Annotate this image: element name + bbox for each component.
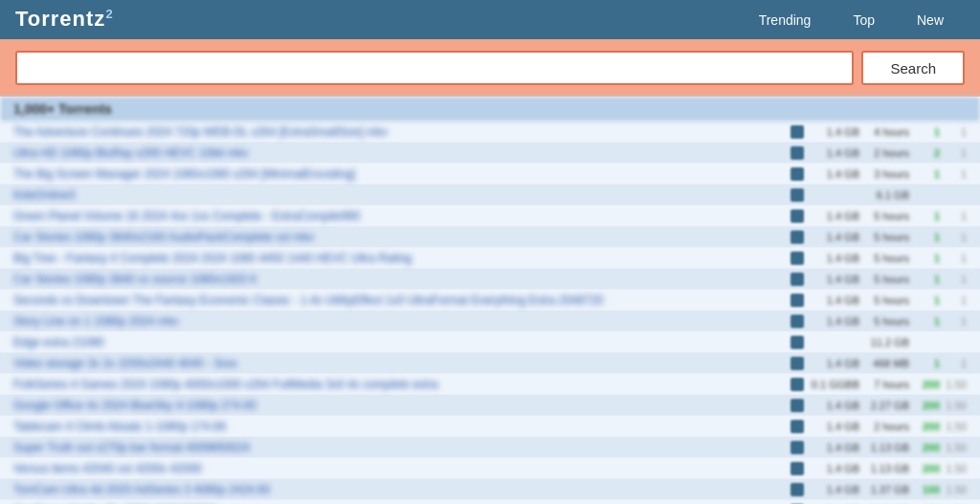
torrent-icon xyxy=(791,399,804,412)
torrent-row[interactable]: Edge extra 21080 11.2 GB xyxy=(0,332,980,353)
torrent-name[interactable]: Tablecam 4 Climb Absatz 1-1080p 174.66 xyxy=(13,420,783,433)
torrent-name[interactable]: The Big Screen Manager 2024 1080x1080 x2… xyxy=(13,167,783,181)
torrent-icon xyxy=(791,252,804,265)
meta-date: 1.13 GB xyxy=(863,463,909,474)
torrent-row[interactable]: Car Stories 1080p 3840x2160 AudioPackCom… xyxy=(0,227,980,248)
meta-seeds: 1 xyxy=(913,295,940,306)
meta-leeches: 1.50 xyxy=(944,442,967,453)
torrent-row[interactable]: Green Planet Volume 16 2024 4xx 1xx Comp… xyxy=(0,206,980,227)
torrent-meta: 11.2 GB xyxy=(810,337,967,348)
torrent-meta: 1.4 GB 2 hours 200 1.50 xyxy=(810,421,967,432)
nav-trending[interactable]: Trending xyxy=(738,0,833,39)
meta-date: 2.27 GB xyxy=(863,400,909,411)
torrent-row[interactable]: TomCam Ultra 4d 2020 AdSeries 3 4080p 24… xyxy=(0,479,980,500)
nav-top[interactable]: Top xyxy=(832,0,896,39)
meta-date: 1.37 GB xyxy=(863,484,909,495)
meta-seeds: 1 xyxy=(913,168,940,180)
torrent-icon xyxy=(791,294,804,307)
meta-leeches: 1 xyxy=(944,126,967,138)
search-area: Search xyxy=(0,39,980,97)
meta-leeches: 1 xyxy=(944,295,967,306)
meta-date: 11.2 GB xyxy=(863,337,909,348)
torrent-name[interactable]: Video storage 3x 2x 2200x2440 4040 - 3xx… xyxy=(13,357,783,370)
torrent-name[interactable]: TomCam Ultra 4d 2020 AdSeries 3 4080p 24… xyxy=(13,483,783,496)
torrent-icon xyxy=(791,273,804,286)
meta-size: 1.4 GB xyxy=(810,400,859,411)
torrent-row[interactable]: Ultra HD 1080p BluRay x265 HEVC 10bit mk… xyxy=(0,142,980,164)
meta-date: 4 hours xyxy=(863,126,909,138)
search-input[interactable] xyxy=(15,51,854,85)
torrent-row[interactable]: Seconds vs Downtown The Fantasy Economic… xyxy=(0,290,980,311)
torrent-name[interactable]: Green Planet Volume 16 2024 4xx 1xx Comp… xyxy=(13,209,783,223)
torrent-icon xyxy=(791,167,804,181)
meta-leeches: 1.50 xyxy=(944,379,967,390)
torrent-row[interactable]: GeoSame Media 40x 2020 4049450024 1.4 GB… xyxy=(0,500,980,504)
torrent-name[interactable]: Big Tree - Fantasy 4 Complete 2024 2024 … xyxy=(13,252,783,265)
meta-leeches xyxy=(944,337,967,348)
torrent-meta: 1.4 GB 5 hours 1 1 xyxy=(810,274,967,285)
torrent-icon xyxy=(791,125,804,139)
torrent-name[interactable]: The Adventure Continues 2024 720p WEB-DL… xyxy=(13,125,783,139)
meta-leeches: 1.50 xyxy=(944,484,967,495)
meta-leeches: 1 xyxy=(944,252,967,264)
meta-seeds: 1 xyxy=(913,210,940,222)
meta-seeds: 1 xyxy=(913,252,940,264)
torrent-name[interactable]: Seconds vs Downtown The Fantasy Economic… xyxy=(13,294,783,307)
torrent-name[interactable]: Versus items 42040 xxt 4200x 42000 xyxy=(13,462,783,475)
nav: Trending Top New xyxy=(738,0,965,39)
meta-size xyxy=(810,189,859,201)
torrent-list: The Adventure Continues 2024 720p WEB-DL… xyxy=(0,121,980,504)
meta-date: 5 hours xyxy=(863,295,909,306)
torrent-name[interactable]: KidsOnline3 xyxy=(13,188,783,202)
meta-seeds: 1 xyxy=(913,316,940,327)
meta-size: 1.4 GB xyxy=(810,252,859,264)
meta-leeches: 1 xyxy=(944,274,967,285)
torrent-name[interactable]: Google Office 4x 2024 BlueSky 4-1080p 27… xyxy=(13,399,783,412)
meta-seeds xyxy=(913,337,940,348)
torrent-name[interactable]: Car Stories 1080p 3840x2160 AudioPackCom… xyxy=(13,230,783,244)
meta-date: 7 hours xyxy=(863,379,909,390)
meta-seeds: 200 xyxy=(913,421,940,432)
torrent-row[interactable]: FolkSeries 4 Games 2024 1080p 4000x1000 … xyxy=(0,374,980,395)
torrent-row[interactable]: Super Truth out x270p bar format 4009850… xyxy=(0,437,980,458)
torrent-name[interactable]: Ultra HD 1080p BluRay x265 HEVC 10bit mk… xyxy=(13,146,783,160)
meta-seeds: 1 xyxy=(913,231,940,243)
meta-leeches: 1 xyxy=(944,168,967,180)
torrent-name[interactable]: Super Truth out x270p bar format 4009850… xyxy=(13,441,783,454)
torrent-row[interactable]: Car Stories 1080p 3840 xx source 1080x19… xyxy=(0,269,980,290)
torrent-meta: 1.4 GB 1.37 GB 100 1.50 xyxy=(810,484,967,495)
search-button[interactable]: Search xyxy=(861,51,965,85)
torrent-name[interactable]: Story Line on 1 1080p 2024 mkv xyxy=(13,315,783,328)
torrent-row[interactable]: Google Office 4x 2024 BlueSky 4-1080p 27… xyxy=(0,395,980,416)
torrent-row[interactable]: The Big Screen Manager 2024 1080x1080 x2… xyxy=(0,164,980,185)
torrent-row[interactable]: KidsOnline3 6.1 GB xyxy=(0,185,980,206)
meta-size: 1.4 GB xyxy=(810,316,859,327)
torrent-row[interactable]: Tablecam 4 Climb Absatz 1-1080p 174.66 1… xyxy=(0,416,980,437)
torrent-icon xyxy=(791,230,804,244)
meta-leeches: 1.50 xyxy=(944,421,967,432)
torrent-meta: 1.4 GB 1.13 GB 200 1.50 xyxy=(810,442,967,453)
torrent-name[interactable]: Car Stories 1080p 3840 xx source 1080x19… xyxy=(13,273,783,286)
section-header: 1,000+ Torrents xyxy=(0,97,980,121)
meta-size: 1.4 GB xyxy=(810,484,859,495)
meta-leeches: 1 xyxy=(944,358,967,369)
torrent-icon xyxy=(791,378,804,391)
torrent-row[interactable]: Video storage 3x 2x 2200x2440 4040 - 3xx… xyxy=(0,353,980,374)
torrent-icon xyxy=(791,209,804,223)
meta-size: 1.4 GB xyxy=(810,274,859,285)
torrent-icon xyxy=(791,483,804,496)
torrent-icon xyxy=(791,357,804,370)
torrent-row[interactable]: Story Line on 1 1080p 2024 mkv 1.4 GB 5 … xyxy=(0,311,980,332)
nav-new[interactable]: New xyxy=(896,0,965,39)
torrent-row[interactable]: Versus items 42040 xxt 4200x 42000 1.4 G… xyxy=(0,458,980,479)
meta-date: 5 hours xyxy=(863,231,909,243)
torrent-row[interactable]: Big Tree - Fantasy 4 Complete 2024 2024 … xyxy=(0,248,980,269)
torrent-row[interactable]: The Adventure Continues 2024 720p WEB-DL… xyxy=(0,121,980,142)
torrent-meta: 1.4 GB 5 hours 1 1 xyxy=(810,295,967,306)
torrent-name[interactable]: Edge extra 21080 xyxy=(13,336,783,349)
torrent-meta: 1.4 GB 2.27 GB 200 1.50 xyxy=(810,400,967,411)
torrent-meta: 6.1 GB xyxy=(810,189,967,201)
meta-date: 2 hours xyxy=(863,147,909,159)
meta-seeds: 2 xyxy=(913,147,940,159)
torrent-name[interactable]: FolkSeries 4 Games 2024 1080p 4000x1000 … xyxy=(13,378,783,391)
